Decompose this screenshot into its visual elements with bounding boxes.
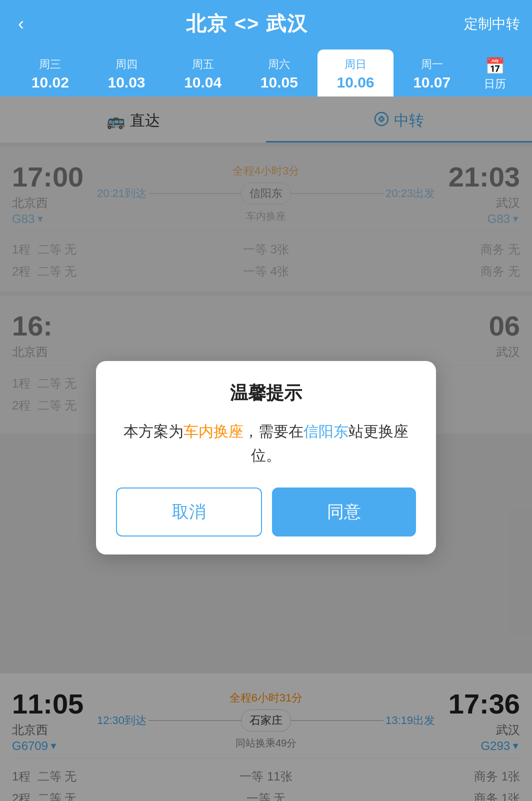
tab-date-mon: 10.07 (413, 74, 450, 91)
tab-date-wed: 10.02 (32, 74, 69, 91)
date-tab-sun[interactable]: 周日 10.06 (318, 50, 394, 96)
confirm-button[interactable]: 同意 (272, 488, 416, 536)
calendar-label: 日历 (484, 76, 506, 92)
dialog-overlay: 温馨提示 本方案为车内换座，需要在信阳东站更换座位。 取消 同意 (0, 96, 532, 801)
date-tab-thu[interactable]: 周四 10.03 (88, 50, 165, 96)
header: ‹ 北京 <> 武汉 定制中转 周三 10.02 周四 10.03 周五 10.… (0, 0, 532, 96)
date-tab-sat[interactable]: 周六 10.05 (241, 50, 318, 96)
tab-day-sun: 周日 (344, 57, 366, 72)
dialog-body-mid: ，需要在 (244, 423, 304, 440)
tab-date-fri: 10.04 (184, 74, 222, 91)
dialog-body-prefix: 本方案为 (124, 423, 184, 440)
dialog-highlight-car-seat: 车内换座 (184, 423, 244, 440)
cancel-button[interactable]: 取消 (116, 488, 262, 536)
dialog-highlight-station: 信阳东 (304, 423, 348, 440)
tab-date-thu: 10.03 (108, 74, 145, 91)
dialog-title: 温馨提示 (230, 381, 302, 406)
date-tab-bar: 周三 10.02 周四 10.03 周五 10.04 周六 10.05 周日 1… (12, 50, 520, 96)
tab-day-thu: 周四 (116, 57, 138, 72)
tab-day-fri: 周五 (192, 57, 214, 72)
back-button[interactable]: ‹ (12, 12, 30, 36)
tab-date-sat: 10.05 (260, 74, 298, 91)
date-tab-mon[interactable]: 周一 10.07 (394, 50, 470, 96)
calendar-tab[interactable]: 📅 日历 (470, 50, 520, 96)
tab-date-sun: 10.06 (336, 74, 374, 91)
date-tab-wed[interactable]: 周三 10.02 (12, 50, 88, 96)
tab-day-mon: 周一 (421, 57, 443, 72)
dialog-box: 温馨提示 本方案为车内换座，需要在信阳东站更换座位。 取消 同意 (96, 361, 436, 554)
main-content: 🚌 直达 中转 17:00 北京西 G83 (0, 96, 532, 801)
date-tab-fri[interactable]: 周五 10.04 (164, 50, 241, 96)
header-top: ‹ 北京 <> 武汉 定制中转 (12, 10, 520, 38)
custom-transfer-label[interactable]: 定制中转 (464, 14, 520, 34)
dialog-buttons: 取消 同意 (116, 488, 416, 536)
page-title: 北京 <> 武汉 (186, 10, 308, 38)
tab-day-sat: 周六 (268, 57, 290, 72)
tab-day-wed: 周三 (39, 57, 61, 72)
calendar-icon: 📅 (485, 56, 505, 76)
dialog-body: 本方案为车内换座，需要在信阳东站更换座位。 (116, 420, 416, 468)
